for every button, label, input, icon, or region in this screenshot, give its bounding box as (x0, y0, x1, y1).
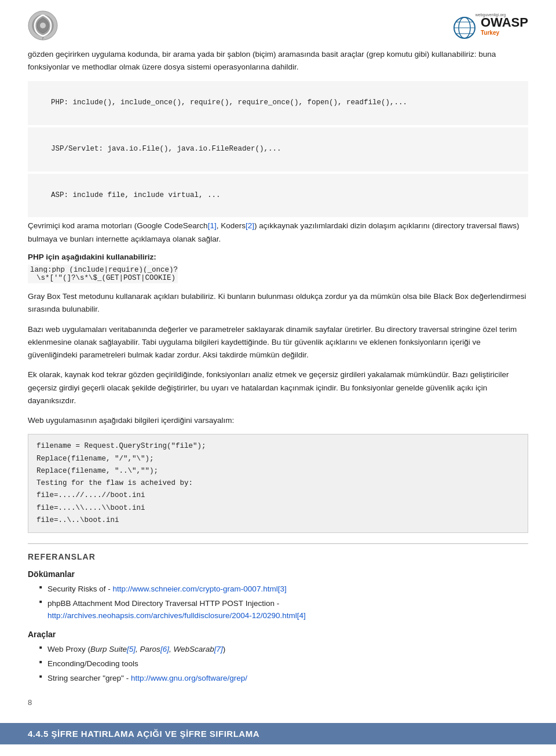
paragraph5: Web uygulamasının aşağıdaki bilgileri iç… (28, 414, 528, 427)
references-heading: REFERANSLAR (28, 552, 528, 561)
doc2-link[interactable]: http://archives.neohapsis.com/archives/f… (47, 611, 306, 620)
section-divider (28, 543, 528, 544)
tool1-close: ) (223, 645, 226, 653)
regex-code: lang:php (include|require)(_once)? \s*['… (28, 265, 528, 283)
tools-list: Web Proxy (Burp Suite[5], Paros[6], WebS… (28, 644, 528, 685)
tool3-text: String searcher "grep" - (47, 674, 131, 682)
webscarab-link[interactable]: [7] (214, 645, 223, 653)
tool1-italic: Burp Suite[5], Paros[6], WebScarab[7] (90, 645, 223, 653)
owasp-logo: webguvenligi.org OWASP Turkey (453, 10, 528, 42)
tool-item-3: String searcher "grep" - http://www.gnu.… (39, 673, 528, 684)
intro-paragraph: gözden geçirirken uygulama kodunda, bir … (28, 48, 528, 73)
left-logo-icon: 7 (28, 10, 58, 41)
koders-link[interactable]: [2] (246, 221, 254, 230)
paragraph3: Bazı web uygulamaları veritabanında değe… (28, 323, 528, 362)
grep-link[interactable]: http://www.gnu.org/software/grep/ (131, 674, 247, 682)
tool-item-2: Enconding/Decoding tools (39, 658, 528, 670)
code-line-2: Replace(filename, "/","\"); (36, 453, 520, 465)
doc1-link[interactable]: http://www.schneier.com/crypto-gram-0007… (113, 585, 287, 593)
svg-text:Turkey: Turkey (481, 30, 499, 36)
tools-heading: Araçlar (28, 630, 528, 639)
code-line-5: file=....//....//boot.ini (36, 490, 520, 502)
codesearch-link[interactable]: [1] (208, 221, 217, 230)
code-line-1: filename = Request.QueryString("file"); (36, 440, 520, 452)
asp-code: ASP: include file, include virtual, ... (28, 174, 528, 218)
code-line-7: file=..\..\boot.ini (36, 514, 520, 527)
document-item-2: phpBB Attachment Mod Directory Traversal… (39, 598, 528, 622)
burp-link[interactable]: [5] (127, 645, 136, 653)
code-line-6: file=....\\....\\boot.ini (36, 502, 520, 514)
documents-heading: Dökümanlar (28, 569, 528, 579)
code-line-3: Replace(filename, "..\",""); (36, 465, 520, 477)
doc2-text: phpBB Attachment Mod Directory Traversal… (47, 599, 279, 608)
paros-link[interactable]: [6] (160, 645, 169, 653)
bottom-section-heading: 4.4.5 ŞİFRE HATIRLAMA AÇIĞI VE ŞİFRE SIF… (0, 723, 556, 744)
svg-point-2 (40, 23, 46, 28)
tool2-text: Enconding/Decoding tools (47, 659, 138, 668)
code-line-4: Testing for the flaw is acheived by: (36, 477, 520, 490)
include-functions-code: PHP: include(), include_once(), require(… (28, 81, 528, 125)
svg-text:OWASP: OWASP (481, 15, 528, 30)
php-label: PHP için aşağıdakini kullanabiliriz: (28, 253, 528, 261)
jsp-code: JSP/Servlet: java.io.File(), java.io.Fil… (28, 127, 528, 171)
documents-list: Security Risks of - http://www.schneier.… (28, 583, 528, 622)
references-section: REFERANSLAR Dökümanlar Security Risks of… (28, 552, 528, 685)
gray-box-paragraph: Gray Box Test metodunu kullanarak açıkla… (28, 290, 528, 316)
document-item-1: Security Risks of - http://www.schneier.… (39, 583, 528, 595)
paragraph4: Ek olarak, kaynak kod tekrar gözden geçi… (28, 368, 528, 407)
tool1-text: Web Proxy ( (47, 645, 90, 653)
doc1-text: Security Risks of - (47, 585, 113, 593)
search-engines-paragraph: Çevrimiçi kod arama motorları (Google Co… (28, 220, 528, 246)
code-example-box: filename = Request.QueryString("file"); … (28, 434, 528, 533)
tool-item-1: Web Proxy (Burp Suite[5], Paros[6], WebS… (39, 644, 528, 655)
page-number: 8 (28, 698, 32, 707)
